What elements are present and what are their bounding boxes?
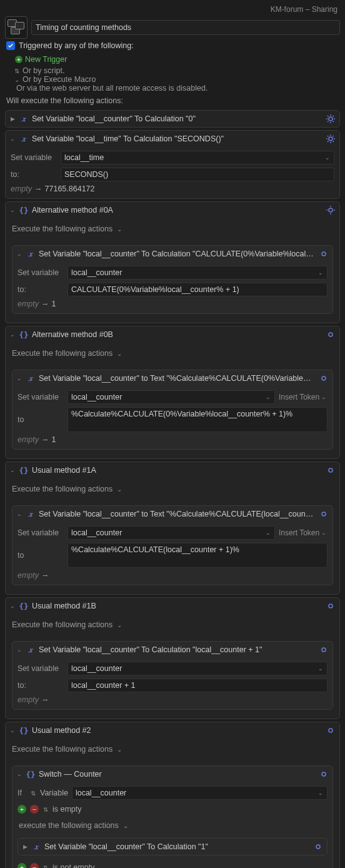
- insert-token-button[interactable]: Insert Token ⌄: [279, 528, 326, 537]
- switch-variable-select[interactable]: local__counter⌄: [72, 786, 328, 800]
- gear-icon[interactable]: [326, 601, 336, 611]
- result-preview: empty→: [18, 695, 328, 704]
- updown-icon: ⇅: [14, 68, 20, 74]
- variable-select[interactable]: local__counter⌄: [68, 266, 328, 280]
- triggered-label: Triggered by any of the following:: [19, 41, 134, 50]
- svg-point-23: [322, 252, 326, 256]
- svg-line-14: [328, 136, 328, 136]
- will-execute-label: Will execute the following actions:: [5, 93, 340, 108]
- value-field[interactable]: %Calculate%CALCULATE(local__counter + 1)…: [68, 543, 328, 568]
- variable-select[interactable]: local__counter⌄: [68, 662, 328, 675]
- remove-case-button[interactable]: −: [30, 805, 39, 814]
- svg-line-6: [333, 121, 334, 122]
- svg-point-30: [329, 729, 332, 732]
- value-field[interactable]: SECONDS(): [61, 168, 334, 181]
- svg-line-16: [328, 141, 328, 142]
- result-preview: empty→1: [18, 435, 328, 444]
- gear-icon[interactable]: [313, 842, 323, 852]
- macro-icon: [5, 16, 28, 39]
- result-preview: empty→1: [18, 300, 328, 308]
- result-preview: empty→77165.864172: [11, 184, 334, 193]
- group-usual-2[interactable]: ⌄{}Usual method #2 Execute the following…: [5, 722, 340, 868]
- variable-select[interactable]: local__counter⌄: [68, 526, 275, 540]
- window-title: KM-forum – Sharing: [5, 5, 340, 16]
- insert-token-button[interactable]: Insert Token ⌄: [279, 393, 326, 401]
- gear-icon[interactable]: [326, 725, 336, 735]
- gear-icon[interactable]: [326, 134, 336, 144]
- remove-case-button[interactable]: −: [30, 863, 39, 868]
- svg-point-24: [329, 333, 332, 336]
- add-case-button[interactable]: +: [18, 805, 26, 814]
- group-alt-0a[interactable]: ⌄{}Alternative method #0A Execute the fo…: [5, 201, 340, 323]
- disclosure-down-icon[interactable]: ⌄: [9, 136, 16, 142]
- add-case-button[interactable]: +: [18, 863, 26, 868]
- gear-icon[interactable]: [319, 645, 329, 655]
- svg-point-27: [322, 512, 326, 516]
- svg-point-29: [322, 648, 326, 652]
- group-icon: {}: [19, 206, 28, 214]
- result-preview: empty→: [18, 571, 328, 580]
- macro-name-field[interactable]: Timing of counting methods: [31, 20, 340, 35]
- svg-line-5: [328, 116, 328, 116]
- gear-icon[interactable]: [319, 509, 329, 519]
- svg-line-15: [333, 141, 334, 142]
- gear-icon[interactable]: [326, 114, 336, 124]
- or-by-script[interactable]: Or by script.: [22, 66, 64, 75]
- value-field[interactable]: %Calculate%CALCULATE(0%Variable%local__c…: [68, 407, 328, 432]
- gear-icon[interactable]: [326, 205, 336, 215]
- svg-point-25: [322, 376, 326, 380]
- calculation-icon: 𝑥: [19, 134, 28, 143]
- svg-point-9: [329, 137, 332, 141]
- action-set-time-seconds[interactable]: ⌄ 𝑥 Set Variable "local__time" To Calcul…: [5, 130, 340, 199]
- group-alt-0b[interactable]: ⌄{}Alternative method #0B Execute the fo…: [5, 326, 340, 459]
- group-usual-1b[interactable]: ⌄{}Usual method #1B Execute the followin…: [5, 597, 340, 719]
- svg-point-31: [322, 772, 326, 776]
- gear-icon[interactable]: [319, 373, 329, 383]
- chevron-down-icon: ⌄: [14, 76, 20, 83]
- calculation-icon: 𝑥: [19, 114, 28, 123]
- gear-icon[interactable]: [326, 465, 336, 475]
- value-field[interactable]: CALCULATE(0%Variable%local__counter% + 1…: [68, 283, 328, 296]
- or-by-execute-macro[interactable]: Or by Execute Macro: [22, 75, 96, 84]
- gear-icon[interactable]: [319, 249, 329, 259]
- gear-icon[interactable]: [326, 330, 336, 340]
- variable-select[interactable]: local__time⌄: [61, 151, 334, 164]
- variable-select[interactable]: local__counter⌄: [68, 390, 275, 404]
- new-trigger-button[interactable]: +New Trigger: [6, 55, 67, 64]
- svg-line-8: [333, 116, 334, 116]
- svg-line-7: [328, 121, 328, 122]
- svg-point-18: [329, 208, 332, 212]
- value-field[interactable]: local__counter + 1: [68, 679, 328, 692]
- gear-icon[interactable]: [319, 769, 329, 779]
- triggered-checkbox[interactable]: [6, 41, 15, 50]
- disclosure-right-icon[interactable]: ▶: [9, 116, 16, 122]
- svg-point-26: [329, 468, 332, 472]
- group-usual-1a[interactable]: ⌄{}Usual method #1A Execute the followin…: [5, 462, 340, 595]
- or-via-web: Or via the web server but all remote acc…: [16, 84, 208, 93]
- action-set-counter-zero[interactable]: ▶ 𝑥 Set Variable "local__counter" To Cal…: [5, 110, 340, 128]
- svg-point-28: [329, 604, 332, 608]
- svg-point-32: [316, 845, 320, 849]
- svg-point-0: [329, 117, 332, 121]
- svg-line-17: [333, 136, 334, 136]
